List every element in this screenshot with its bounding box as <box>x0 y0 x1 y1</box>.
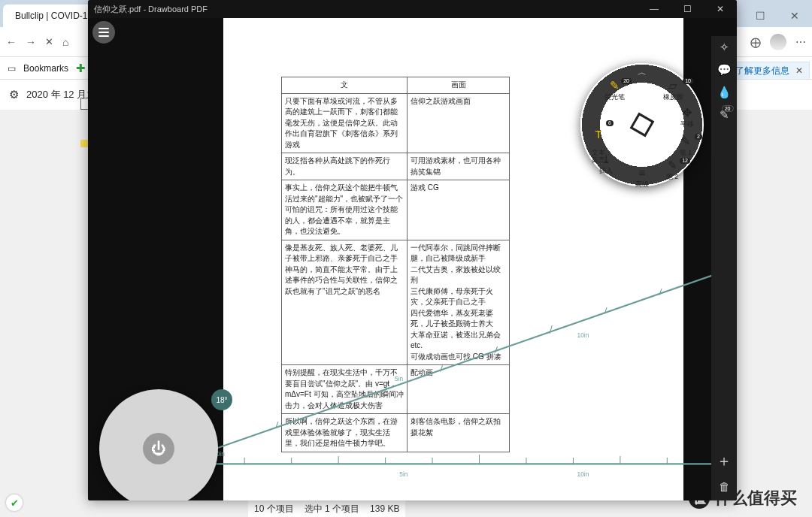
browser-tab[interactable]: Bullclip | COVID-19: D <box>3 5 101 27</box>
wheel-advanced-label: 高级 <box>635 180 649 188</box>
wheel-text-label: 文本 高亮 <box>592 149 605 163</box>
rail-delete-button[interactable]: 🗑 <box>719 480 730 493</box>
wheel-highlighter-label: 荧光笔 <box>604 93 625 101</box>
pan-icon: ✥ <box>672 107 702 119</box>
info-banner: 了解更多信息 ✕ <box>729 62 810 80</box>
wheel-text-highlight[interactable]: T 文本 高亮 6 <box>582 122 615 171</box>
overflow-menu[interactable]: ⋯ <box>795 36 806 48</box>
wheel-text-badge: 6 <box>606 120 614 126</box>
extension-button[interactable]: ⨁ <box>750 36 761 48</box>
chevron-up-icon[interactable]: ︿ <box>638 66 647 79</box>
wheel-eraser-label: 橡皮擦 <box>663 93 683 101</box>
profile-avatar[interactable] <box>770 34 786 50</box>
wheel-pan-label: 平移 <box>680 120 694 128</box>
explorer-statusbar: 10 个项目 选中 1 个项目 139 KB <box>248 500 405 517</box>
hamburger-button[interactable] <box>92 21 115 44</box>
wheel-hub-icon[interactable] <box>630 113 655 138</box>
wheel-highlighter-badge: 20 <box>621 78 632 84</box>
table-row: 所以啊，信仰之跃这个东西，在游戏里体验体验就够了，现实生活里，我们还是相信牛顿力… <box>282 414 510 452</box>
canvas-viewport[interactable]: 文 画面 只要下面有草垛或河流，不管从多高的建筑上一跃而下，刺客们都能毫发无伤，… <box>88 18 737 500</box>
wheel-pen1[interactable]: ✎ 笔 1 2 <box>671 135 701 156</box>
status-item-count: 10 个项目 <box>254 503 294 515</box>
shield-badge[interactable]: ✔ <box>6 494 23 511</box>
text-icon: T <box>582 128 615 141</box>
app-close-button[interactable]: ✕ <box>704 0 737 18</box>
app-maximize-button[interactable]: ☐ <box>671 0 704 18</box>
drawboard-app-window: 信仰之跃.pdf - Drawboard PDF — ☐ ✕ 文 画面 只要下面… <box>88 0 737 500</box>
wheel-pen1-badge: 2 <box>695 134 702 140</box>
bookmarks-icon: ▭ <box>8 63 16 74</box>
rail-pen-icon[interactable]: ✎ <box>720 108 729 122</box>
info-banner-text[interactable]: 了解更多信息 <box>735 65 789 77</box>
app-window-controls: — ☐ ✕ <box>638 0 737 18</box>
wheel-eraser-badge: 10 <box>683 78 693 84</box>
th-visual: 画面 <box>408 77 510 94</box>
rail-add-button[interactable]: ＋ <box>717 451 732 471</box>
power-dial[interactable]: ⏻ <box>99 389 218 500</box>
right-tool-rail: ✧ 💬 💧 ✎ ＋ 🗑 <box>711 36 737 500</box>
document-table: 文 画面 只要下面有草垛或河流，不管从多高的建筑上一跃而下，刺客们都能毫发无伤，… <box>281 77 510 452</box>
ruler-angle-badge[interactable]: 18° <box>211 389 232 410</box>
wheel-pen2-badge: 12 <box>680 158 690 164</box>
app-minimize-button[interactable]: — <box>638 0 671 18</box>
info-banner-close[interactable]: ✕ <box>795 65 803 76</box>
forward-button[interactable]: → <box>26 36 36 48</box>
th-text: 文 <box>282 77 408 94</box>
wheel-pen2-label: 笔 2 <box>666 173 678 180</box>
tool-wheel[interactable]: ︿ ▱ 橡皮擦 10 ✥ 平移 ✎ 笔 1 2 ✎ 笔 <box>580 63 704 186</box>
advanced-icon: ≡ <box>623 167 661 180</box>
table-row: 像是基友死、族人死、老婆死、儿子被带上邪路、亲爹死于自己之手神马的，简直不能太平… <box>282 240 510 365</box>
wheel-highlighter[interactable]: ✎ 荧光笔 20 <box>595 80 633 101</box>
rail-magic-icon[interactable]: ✧ <box>720 41 729 54</box>
table-row: 现泛指各种从高处跳下的作死行为。可用游戏素材，也可用各种搞笑集锦 <box>282 153 510 180</box>
status-size: 139 KB <box>370 503 399 514</box>
table-row: 只要下面有草垛或河流，不管从多高的建筑上一跃而下，刺客们都能毫发无伤，这便是信仰… <box>282 93 510 153</box>
browser-maximize-button[interactable]: ☐ <box>743 5 777 27</box>
status-selected: 选中 1 个项目 <box>304 503 359 515</box>
home-button[interactable]: ⌂ <box>62 36 68 48</box>
gear-icon[interactable]: ⚙ <box>9 88 19 101</box>
wheel-advanced[interactable]: ≡ 高级 <box>623 167 661 188</box>
addon-icon: ✚ <box>76 62 86 75</box>
rail-eyedropper-icon[interactable]: 💧 <box>717 86 732 99</box>
wheel-eraser[interactable]: ▱ 橡皮擦 10 <box>654 80 692 101</box>
table-row: 事实上，信仰之跃这个能把牛顿气活过来的"超能力"，也被赋予了一个可怕的诅咒：所有… <box>282 180 510 240</box>
app-titlebar: 信仰之跃.pdf - Drawboard PDF — ☐ ✕ <box>88 0 737 18</box>
app-title-text: 信仰之跃.pdf - Drawboard PDF <box>94 4 208 15</box>
rail-chat-icon[interactable]: 💬 <box>717 63 732 77</box>
wheel-pan[interactable]: ✥ 平移 <box>672 107 702 128</box>
browser-close-button[interactable]: ✕ <box>777 5 812 27</box>
bookmarks-label[interactable]: Bookmarks <box>23 63 68 74</box>
yellow-marker <box>80 140 88 147</box>
back-button[interactable]: ← <box>6 36 17 48</box>
stop-button[interactable]: ✕ <box>45 36 53 47</box>
wheel-pen1-label: 笔 1 <box>680 149 692 156</box>
table-row: 特别提醒，在现实生活中，千万不要盲目尝试"信仰之跃"。由 v=gt，mΔv=Ft… <box>282 365 510 414</box>
power-icon: ⏻ <box>143 433 174 464</box>
